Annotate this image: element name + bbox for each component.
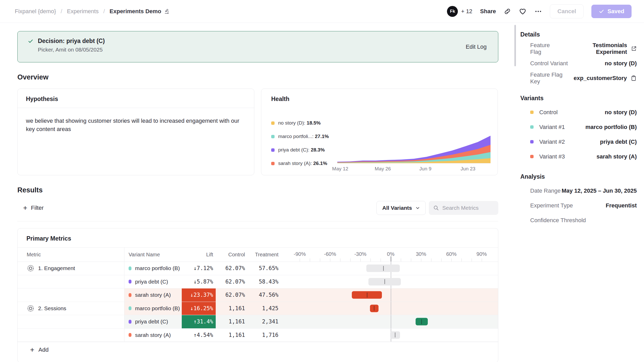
variant-color-chip — [129, 293, 131, 297]
axis-ruler-tick — [340, 258, 340, 262]
details-label: Control Variant — [530, 60, 568, 67]
analysis-heading: Analysis — [520, 173, 637, 180]
vertical-scrollbar[interactable] — [514, 25, 516, 66]
axis-ruler-tick — [461, 258, 462, 262]
lift-marker — [395, 332, 395, 337]
variant-cell: marco portfolio (B) — [124, 265, 182, 271]
axis-ruler-tick — [482, 258, 482, 262]
variant-color-chip — [530, 111, 534, 114]
breadcrumb-project[interactable]: Fixpanel {demo} — [15, 8, 56, 15]
variant-row: Variant #1 marco portfolio (B) — [520, 120, 637, 134]
analysis-value: May 12, 2025 – Jun 30, 2025 — [562, 187, 637, 194]
axis-ruler-tick — [421, 258, 421, 262]
confidence-interval-cell — [291, 262, 491, 275]
add-metric-button[interactable]: + Add — [18, 342, 498, 357]
axis-ruler-tick — [411, 258, 411, 262]
table-row[interactable]: priya debt (C) ↓5.87% 62.07% 58.43% — [18, 275, 498, 289]
variant-name: priya debt (C) — [135, 318, 168, 325]
share-button[interactable]: Share — [480, 8, 496, 15]
x-axis-label: May 12 — [332, 166, 348, 172]
analysis-label: Confidence Threshold — [530, 217, 586, 224]
health-card: Health no story (D): 18.5% marco portfol… — [261, 89, 498, 175]
breadcrumb: Fixpanel {demo} / Experiments / Experime… — [15, 8, 170, 15]
variant-label: Control — [530, 109, 558, 116]
collaborator-count[interactable]: + 12 — [461, 8, 472, 15]
control-value: 1,161 — [216, 305, 247, 312]
x-axis-label: Jun 9 — [419, 166, 431, 172]
search-metrics-input[interactable] — [442, 205, 492, 211]
target-icon — [27, 264, 34, 272]
lift-value: ↓5.87% — [193, 279, 213, 285]
breadcrumb-current: Experiments Demo — [110, 8, 170, 15]
decision-check-icon — [27, 38, 34, 44]
table-row[interactable]: priya debt (C) ↑31.4% 1,161 2,341 — [18, 315, 498, 329]
table-row[interactable]: 1. Engagement marco portfolio (B) ↓7.12%… — [18, 262, 498, 275]
copy-link-button[interactable] — [504, 8, 511, 15]
primary-metrics-title: Primary Metrics — [18, 228, 498, 248]
results-heading: Results — [17, 186, 498, 194]
confidence-interval-cell — [291, 275, 491, 288]
lift-cell: ↓5.87% — [182, 275, 216, 288]
axis-ruler-tick — [472, 258, 472, 262]
health-title: Health — [261, 89, 491, 108]
table-row[interactable]: sarah story (A) ↑4.54% 1,161 1,716 — [18, 329, 498, 342]
confidence-interval-cell — [291, 329, 491, 342]
add-filter-button[interactable]: + Filter — [17, 204, 44, 212]
x-axis-label: May 26 — [375, 166, 391, 172]
axis-ruler-tick — [401, 258, 401, 262]
variant-name: priya debt (C) — [135, 279, 168, 285]
edit-log-button[interactable]: Edit Log — [466, 44, 487, 50]
avatar[interactable]: Fk — [447, 6, 458, 17]
axis-ruler-tick — [381, 258, 381, 262]
metric-cell — [18, 315, 124, 328]
add-label: Add — [38, 346, 48, 353]
table-header-row: Metric Variant Name Lift Control Treatme… — [18, 248, 498, 262]
details-row: Feature Flag Testimonials Experiment — [520, 41, 637, 56]
analysis-row: Date Range May 12, 2025 – Jun 30, 2025 — [520, 183, 637, 198]
details-row: Control Variant no story (D) — [520, 56, 637, 71]
lift-cell: ↑4.54% — [182, 329, 216, 342]
legend-item: priya debt (C): 28.3% — [271, 147, 337, 153]
metric-cell — [18, 288, 124, 302]
treatment-value: 57.65% — [247, 265, 279, 271]
variant-cell: sarah story (A) — [124, 332, 182, 338]
legend-item: marco portfoli...: 27.1% — [271, 134, 337, 139]
legend-label: marco portfoli...: 27.1% — [278, 134, 329, 139]
top-actions: Fk + 12 Share Ca — [447, 4, 632, 18]
table-body: 1. Engagement marco portfolio (B) ↓7.12%… — [18, 262, 498, 342]
variant-cell: priya debt (C) — [124, 279, 182, 285]
column-control: Control — [216, 252, 247, 258]
check-icon — [599, 9, 604, 14]
treatment-value: 1,716 — [247, 332, 279, 338]
details-value[interactable]: exp_customerStory — [574, 75, 637, 82]
decision-subtitle: Picker, Amit on 08/05/2025 — [38, 47, 487, 53]
axis-ruler-tick — [310, 258, 310, 262]
lift-marker — [367, 293, 367, 298]
lift-value: ↓16.25% — [190, 305, 213, 312]
metric-values: sarah story (A) ↓23.37% 62.07% 47.56% — [124, 288, 498, 302]
favorite-button[interactable] — [519, 8, 527, 15]
table-row[interactable]: sarah story (A) ↓23.37% 62.07% 47.56% — [18, 288, 498, 302]
confidence-interval-cell — [291, 288, 491, 302]
axis-tick-label: -90% — [294, 251, 306, 257]
details-row: Feature Flag Key exp_customerStory — [520, 71, 637, 85]
legend-color-chip — [271, 148, 275, 152]
analysis-rows: Date Range May 12, 2025 – Jun 30, 2025 E… — [520, 183, 637, 228]
details-value[interactable]: Testimonials Experiment — [562, 42, 637, 55]
metric-name: 2. Sessions — [38, 305, 66, 312]
table-row[interactable]: 2. Sessions marco portfolio (B) ↓16.25% … — [18, 302, 498, 315]
cancel-button[interactable]: Cancel — [550, 4, 584, 18]
variant-label: Variant #1 — [530, 124, 565, 131]
chart-x-axis: May 12May 26Jun 9Jun 23 — [337, 163, 491, 172]
column-variant: Variant Name — [124, 252, 182, 258]
variant-value: no story (D) — [605, 109, 637, 116]
axis-ruler-tick — [320, 258, 320, 262]
lift-marker — [421, 319, 422, 324]
variants-dropdown[interactable]: All Variants — [376, 201, 426, 215]
details-label: Feature Flag Key — [530, 71, 574, 85]
more-menu-button[interactable] — [534, 8, 542, 15]
breadcrumb-experiments[interactable]: Experiments — [67, 8, 99, 15]
saved-button[interactable]: Saved — [591, 5, 632, 18]
variant-color-chip — [129, 320, 131, 324]
legend-item: no story (D): 18.5% — [271, 120, 337, 126]
